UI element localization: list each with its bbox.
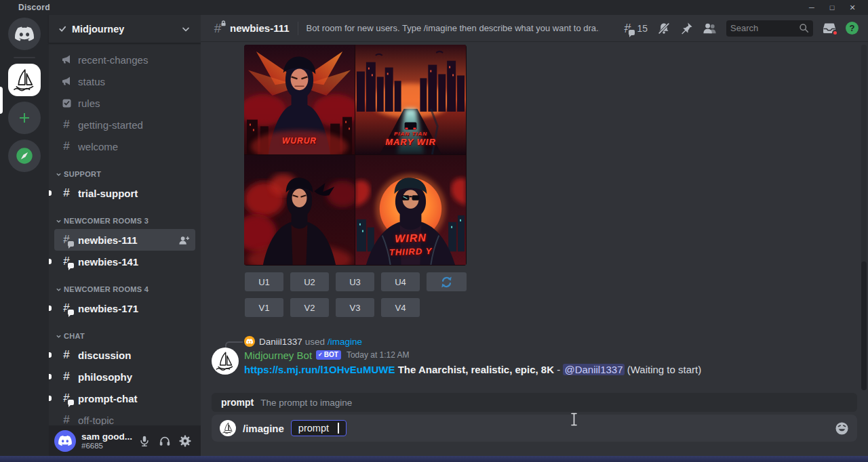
category-chevron-icon — [56, 333, 62, 339]
emoji-picker-button[interactable] — [835, 421, 849, 436]
deafen-button[interactable] — [155, 431, 175, 451]
category-newcomer-rooms-3[interactable]: NEWCOMER ROOMS 3 — [49, 213, 201, 229]
avatar[interactable] — [212, 348, 239, 375]
discord-logo-icon — [15, 26, 34, 41]
explore-servers-button[interactable] — [8, 140, 41, 172]
category-chevron-icon — [56, 171, 62, 177]
settings-button[interactable] — [175, 431, 195, 451]
variation-button-v4[interactable]: V4 — [381, 298, 420, 317]
channel-item-newbies-141[interactable]: # newbies-141 — [54, 251, 195, 272]
message-list: WURUR — [201, 42, 868, 393]
user-mention[interactable]: @Daniil1337 — [563, 364, 624, 375]
server-icon-midjourney[interactable] — [8, 64, 41, 96]
generated-image-tile-1[interactable]: WURUR — [244, 45, 355, 154]
window-titlebar: Discord ─ □ ✕ — [0, 0, 868, 15]
channel-item-philosophy[interactable]: # philosophy — [54, 366, 195, 387]
category-chat[interactable]: CHAT — [49, 328, 201, 344]
generated-image-tile-3[interactable] — [244, 155, 355, 265]
user-info[interactable]: sam good... #6685 — [81, 432, 133, 450]
minimize-button[interactable]: ─ — [803, 1, 821, 14]
chevron-down-icon — [180, 24, 191, 35]
reply-command[interactable]: /imagine — [328, 337, 362, 347]
mic-icon — [138, 435, 151, 447]
unread-indicator — [49, 306, 52, 311]
variation-button-v1[interactable]: V1 — [245, 298, 283, 317]
message-content: https://s.mj.run/l1OHvEuMUWE The Anarchi… — [244, 363, 841, 377]
command-option-hint[interactable]: prompt The prompt to imagine — [212, 393, 857, 412]
unread-indicator — [49, 396, 52, 401]
channel-topic[interactable]: Bot room for new users. Type /imagine th… — [307, 23, 599, 33]
thread-hash-icon: # — [60, 392, 73, 405]
server-name: Midjourney — [72, 24, 180, 35]
channel-item-trial-support[interactable]: # trial-support — [54, 182, 195, 204]
server-header-dropdown[interactable]: Midjourney — [49, 15, 201, 43]
channel-item-rules[interactable]: rules — [54, 92, 195, 114]
variation-button-v2[interactable]: V2 — [290, 298, 329, 317]
upscale-button-u2[interactable]: U2 — [290, 272, 329, 291]
tile-art-text: PIAN TIAN — [355, 131, 466, 137]
channel-item-off-topic[interactable]: # off-topic — [54, 409, 195, 425]
channel-item-newbies-111[interactable]: # newbies-111 — [54, 229, 195, 251]
generated-image-tile-4[interactable]: WIRN THIIRD Y — [355, 155, 466, 265]
discord-logo-icon — [58, 436, 72, 446]
search-input[interactable] — [730, 23, 799, 33]
hash-icon: # — [60, 413, 73, 425]
chat-scrollbar[interactable] — [861, 45, 867, 390]
maximize-button[interactable]: □ — [823, 1, 841, 14]
midjourney-image-grid[interactable]: WURUR — [244, 45, 467, 266]
channel-item-getting-started[interactable]: # getting-started — [54, 114, 195, 135]
reply-context[interactable]: Daniil1337 used /imagine — [244, 336, 362, 347]
os-taskbar[interactable] — [0, 456, 868, 462]
upscale-button-u4[interactable]: U4 — [381, 272, 420, 291]
pinned-messages-button[interactable] — [680, 22, 693, 35]
mic-button[interactable] — [134, 431, 155, 451]
user-panel: sam good... #6685 — [49, 425, 201, 456]
thread-hash-icon: # — [60, 301, 73, 315]
message-author[interactable]: Midjourney Bot — [244, 350, 312, 361]
member-list-button[interactable] — [703, 22, 717, 35]
message-separator: - — [557, 364, 560, 375]
option-description: The prompt to imagine — [260, 398, 352, 408]
generated-image-tile-2[interactable]: PIAN TIAN MARY WIR — [355, 45, 466, 154]
reroll-button[interactable] — [427, 272, 467, 291]
reply-username[interactable]: Daniil1337 — [259, 337, 302, 347]
channel-item-welcome[interactable]: # welcome — [54, 135, 195, 157]
prompt-option-field[interactable]: prompt — [291, 420, 347, 436]
channel-item-status[interactable]: status — [54, 70, 195, 92]
headphones-icon — [159, 435, 171, 447]
hash-icon: # — [60, 140, 73, 153]
help-button[interactable]: ? — [846, 22, 859, 35]
category-support[interactable]: SUPPORT — [49, 166, 201, 182]
close-button[interactable]: ✕ — [844, 1, 861, 14]
avatar[interactable] — [54, 430, 76, 452]
category-newcomer-rooms-4[interactable]: NEWCOMER ROOMS 4 — [49, 281, 201, 297]
variation-button-v3[interactable]: V3 — [336, 298, 374, 317]
add-server-button[interactable] — [8, 102, 41, 134]
members-icon — [703, 22, 717, 35]
scrollbar-thumb[interactable] — [861, 261, 867, 390]
upscale-button-u3[interactable]: U3 — [336, 272, 374, 291]
slash-command-label: /imagine — [243, 423, 284, 434]
create-invite-icon[interactable] — [178, 235, 190, 245]
reply-action: used — [305, 337, 325, 347]
channel-item-recent-changes[interactable]: recent-changes — [54, 49, 195, 70]
message-link[interactable]: https://s.mj.run/l1OHvEuMUWE — [244, 364, 395, 375]
inbox-button[interactable] — [823, 22, 836, 35]
channel-item-newbies-171[interactable]: # newbies-171 — [54, 297, 195, 319]
search-bar[interactable] — [726, 20, 813, 37]
notifications-button[interactable] — [657, 22, 671, 35]
channel-item-prompt-chat[interactable]: # prompt-chat — [54, 387, 195, 409]
upscale-button-u1[interactable]: U1 — [245, 272, 283, 291]
channel-item-discussion[interactable]: # discussion — [54, 344, 195, 366]
megaphone-icon — [60, 53, 73, 66]
channel-list: recent-changes status rules # getting-st… — [49, 43, 201, 425]
selected-server-pill — [0, 87, 3, 114]
emoji-icon — [835, 421, 849, 436]
hash-icon: # — [60, 186, 73, 200]
avatar — [244, 336, 255, 347]
prompt-option-value[interactable]: prompt — [298, 423, 329, 434]
threads-button[interactable]: # 15 — [620, 22, 648, 35]
message-composer[interactable]: /imagine prompt — [212, 415, 857, 442]
home-button[interactable] — [8, 18, 41, 50]
bot-badge: ✓ BOT — [316, 350, 341, 360]
